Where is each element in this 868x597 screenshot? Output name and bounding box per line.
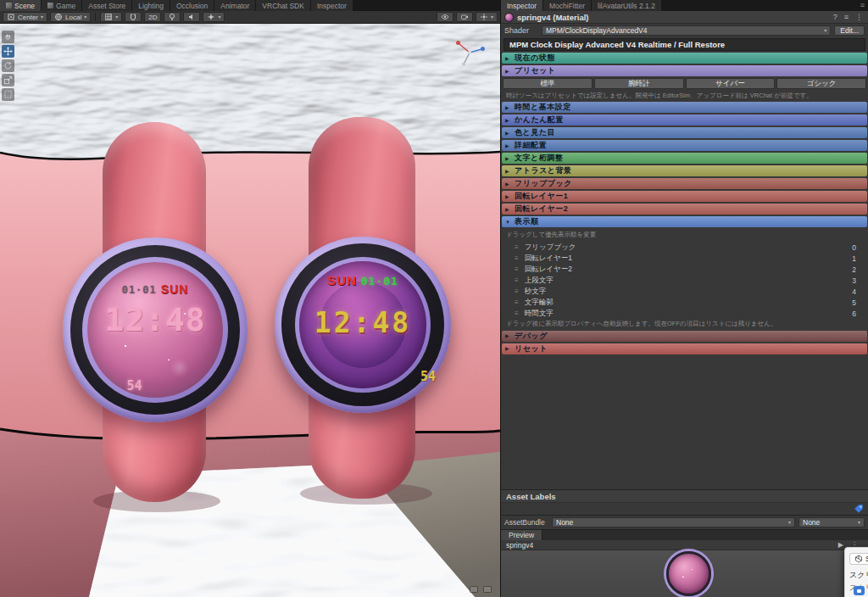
scene-effects-button[interactable]: ▾ [203,12,225,22]
snap-toggle-button[interactable] [125,12,142,22]
order-row-text-outline[interactable]: ≡文字輪郭5 [501,297,868,308]
drag-handle-icon[interactable]: ≡ [515,255,519,262]
scene-lighting-button[interactable] [164,12,181,22]
foldout-icon: ▶ [505,105,511,110]
preview-tab[interactable]: Preview [501,530,542,540]
section-header-detail-placement[interactable]: ▶詳細配置 [502,140,867,151]
pivot-label: Center [18,14,38,21]
drag-handle-icon[interactable]: ≡ [515,244,519,251]
order-row-seconds-text[interactable]: ≡秒文字4 [501,286,868,297]
tab-scene[interactable]: Scene [0,0,42,11]
section-header-debug[interactable]: ▶デバッグ [502,331,867,342]
drag-handle-icon[interactable]: ≡ [515,288,519,295]
tab-menu-icon[interactable]: ≡ [857,2,868,9]
section-header-rotation-layer-2[interactable]: ▶回転レイヤー2 [502,204,867,215]
foldout-icon: ▶ [505,143,511,148]
scene-tool-palette [2,31,14,101]
scene-tab-icon [6,3,12,8]
drag-handle-icon[interactable]: ≡ [515,277,519,284]
section-header-rotation-layer-1[interactable]: ▶回転レイヤー1 [502,191,867,202]
rotate-tool[interactable] [2,59,14,72]
section-header-display-order[interactable]: ▼表示順 [502,216,867,227]
order-item-index: 2 [852,265,856,274]
left-watch-seconds: 54 [126,378,142,393]
scale-tool[interactable] [2,74,14,86]
magnet-icon [129,13,137,21]
gizmos-menu-button[interactable]: ▾ [476,12,498,22]
section-header-color-look[interactable]: ▶色と見た目 [502,127,867,138]
scene-camera-button[interactable] [456,12,473,22]
section-header-easy-placement[interactable]: ▶かんたん配置 [502,114,867,126]
2d-toggle-button[interactable]: 2D [144,12,161,22]
pivot-toggle-button[interactable]: Center▾ [3,12,47,22]
preset-cyber-button[interactable]: サイバー [686,78,776,89]
section-label: 時間と基本設定 [515,102,571,113]
orientation-gizmo[interactable] [453,36,487,70]
assetbundle-variant-dropdown[interactable]: None ▾ [798,517,865,527]
section-header-preset[interactable]: ▶ プリセット [502,65,867,76]
assetbundle-dropdown[interactable]: None ▾ [552,517,795,527]
chevron-down-icon: ▾ [41,14,43,20]
collab-cloud-button[interactable] [854,586,865,595]
preset-gothic-button[interactable]: ゴシック [776,78,866,89]
tab-lighting[interactable]: Lighting [132,0,170,11]
rect-tool[interactable] [2,88,14,101]
tab-inspector-left[interactable]: Inspector [311,0,353,11]
order-row-upper-text[interactable]: ≡上段文字3 [501,275,868,286]
tab-inspector[interactable]: Inspector [501,0,543,11]
material-name: springv4 (Material) [517,13,828,22]
preview-play-icon[interactable]: ▶ [838,541,843,549]
chevron-down-icon: ▾ [824,28,826,33]
tab-mochifitter[interactable]: MochiFitter [543,0,592,11]
label-tag-icon[interactable] [854,504,864,514]
drag-handle-icon[interactable]: ≡ [515,266,519,273]
section-header-atlas-background[interactable]: ▶アトラスと背景 [502,165,867,176]
preset-standard-button[interactable]: 標準 [503,78,593,89]
move-tool[interactable] [2,45,14,58]
scene-audio-button[interactable] [183,12,200,22]
effects-star-icon [207,13,215,21]
order-row-rotation-1[interactable]: ≡回転レイヤー11 [501,253,868,264]
section-header-reset[interactable]: ▶リセット [502,343,867,354]
tab-occlusion[interactable]: Occlusion [170,0,214,11]
tab-label: Game [56,2,75,10]
material-header: springv4 (Material) ? ≡ ⋮ [501,11,868,24]
grid-visibility-button[interactable]: ▾ [100,12,122,22]
scene-visibility-button[interactable] [437,12,453,22]
section-header-text-digits[interactable]: ▶文字と桁調整 [502,153,867,164]
viewport-overlay-icon[interactable] [483,586,492,593]
space-toggle-button[interactable]: Local▾ [50,12,91,22]
order-item-index: 1 [852,254,856,263]
preset-wristwatch-button[interactable]: 腕時計 [594,78,684,89]
order-item-index: 0 [852,243,856,252]
shader-edit-button[interactable]: Edit... [834,25,865,36]
shader-dropdown[interactable]: MPM/ClockDisplayAdvancedV4 ▾ [542,25,831,36]
right-watch-date: 01·01 [361,275,398,287]
kebab-menu-icon[interactable]: ⋮ [854,14,865,21]
tab-vrchat-sdk[interactable]: VRChat SDK [256,0,311,11]
viewport-stats-icon[interactable] [470,586,478,593]
toast-button[interactable]: Sc [849,553,868,565]
help-icon[interactable]: ? [832,14,839,21]
preview-area[interactable] [501,550,868,597]
section-header-flipbook[interactable]: ▶フリップブック [502,178,867,189]
section-header-current-state[interactable]: ▶ 現在の状態 [502,53,867,64]
tab-animator[interactable]: Animator [214,0,256,11]
tab-asset-store[interactable]: Asset Store [82,0,132,11]
order-row-flipbook[interactable]: ≡フリップブック0 [501,242,868,253]
section-header-time-basic[interactable]: ▶時間と基本設定 [502,102,867,113]
view-hand-tool[interactable] [2,31,14,43]
order-row-time-text[interactable]: ≡時間文字6 [501,308,868,319]
presets-icon[interactable]: ≡ [843,14,850,21]
tab-lilavatarutils[interactable]: lilAvatarUtils 2.1.2 [592,0,662,11]
order-item-index: 4 [852,287,856,296]
drag-handle-icon[interactable]: ≡ [515,310,519,317]
asset-labels-header[interactable]: Asset Labels [501,489,868,503]
game-tab-icon [47,3,53,8]
order-item-label: フリップブック [525,243,853,253]
tab-game[interactable]: Game [42,0,82,11]
order-row-rotation-2[interactable]: ≡回転レイヤー22 [501,264,868,275]
grid-icon [104,13,113,21]
scene-viewport[interactable]: 01·01 SUN 12:48 54 SUN 01·01 [0,24,500,597]
drag-handle-icon[interactable]: ≡ [515,299,519,306]
